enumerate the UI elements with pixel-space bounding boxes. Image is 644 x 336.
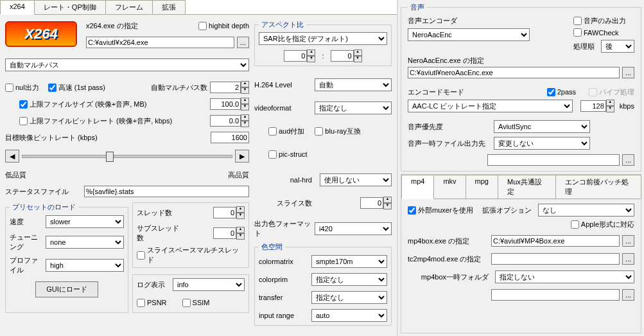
tab-frame[interactable]: フレーム: [105, 0, 153, 14]
pic-check[interactable]: [268, 150, 277, 159]
2pass-check[interactable]: [547, 88, 555, 96]
faw-check[interactable]: [573, 28, 582, 37]
tc2-input[interactable]: [491, 253, 620, 265]
gui-load-button[interactable]: GUIにロード: [35, 281, 98, 297]
target-input[interactable]: [211, 132, 249, 143]
psnr-label: PSNR: [147, 299, 167, 306]
kbps-label: kbps: [620, 102, 634, 110]
bitrate-slider[interactable]: [22, 155, 232, 158]
maxbit-label: 上限ファイルビットレート (映像+音声, kbps): [30, 116, 172, 126]
aspect-legend: アスペクト比: [259, 20, 306, 30]
mp4box-input[interactable]: [491, 235, 620, 247]
maxsize-check[interactable]: [19, 100, 28, 109]
muxtab-common[interactable]: Mux共通設定: [498, 175, 556, 199]
muxtab-mp4[interactable]: mp4: [401, 175, 434, 199]
sliced-check[interactable]: [137, 251, 145, 260]
pass-spin[interactable]: ▲▼: [241, 81, 249, 94]
slider-left-button[interactable]: ◀: [5, 150, 19, 163]
pri-select[interactable]: AviutlSync: [494, 120, 590, 133]
highbit-check[interactable]: [198, 22, 207, 30]
apple-check[interactable]: [571, 220, 579, 229]
aspl-spin[interactable]: ▲▼: [307, 49, 315, 62]
vf-label: videoformat: [254, 104, 312, 112]
maxbit-input[interactable]: [210, 115, 241, 127]
maxbit-spin[interactable]: ▲▼: [241, 114, 249, 127]
browse-exe-button[interactable]: ...: [237, 37, 249, 48]
mux-tmp-label: mp4box一時フォルダ: [408, 272, 492, 282]
encmode-select[interactable]: AAC-LC ビットレート指定: [408, 100, 573, 112]
br-input[interactable]: [580, 100, 606, 112]
tab-rate[interactable]: レート・QP制御: [34, 0, 106, 14]
mux-tmp-browse[interactable]: ...: [622, 289, 634, 301]
order-label: 処理順: [573, 42, 595, 51]
highq-label: 高品質: [228, 170, 249, 180]
mux-tmp-input[interactable]: [491, 289, 620, 301]
maxsize-label: 上限ファイルサイズ (映像+音声, MB): [30, 100, 146, 109]
tab-ext[interactable]: 拡張: [152, 0, 186, 14]
profile-select[interactable]: high: [46, 259, 124, 272]
colf-select[interactable]: i420: [315, 222, 392, 235]
mode-select[interactable]: 自動マルチパス: [5, 58, 249, 71]
tc2-browse[interactable]: ...: [622, 253, 634, 265]
muxtab-mpg[interactable]: mpg: [466, 175, 498, 199]
subthreads-input[interactable]: [213, 227, 236, 239]
threads-spin[interactable]: ▲▼: [236, 206, 245, 219]
maxsize-spin[interactable]: ▲▼: [241, 98, 249, 111]
aud-check[interactable]: [268, 127, 277, 136]
br-spin[interactable]: ▲▼: [606, 100, 614, 112]
aspect-right-input[interactable]: [331, 50, 354, 62]
slider-right-button[interactable]: ▶: [235, 150, 249, 163]
muxtab-mkv[interactable]: mkv: [433, 175, 466, 199]
lowq-label: 低品質: [5, 170, 26, 180]
threads-input[interactable]: [213, 207, 236, 218]
audio-browse-button[interactable]: ...: [622, 67, 634, 78]
audio-tmp-browse[interactable]: ...: [622, 154, 634, 166]
cm-select[interactable]: smpte170m: [311, 255, 387, 268]
slice-input[interactable]: [360, 197, 383, 209]
vf-select[interactable]: 指定なし: [315, 102, 392, 114]
nal-select[interactable]: 使用しない: [320, 173, 392, 186]
slice-spin[interactable]: ▲▼: [383, 197, 392, 209]
bd-check[interactable]: [315, 127, 323, 136]
subthreads-spin[interactable]: ▲▼: [236, 227, 245, 240]
target-label: 目標映像ビットレート (kbps): [5, 133, 98, 143]
extmux-check[interactable]: [408, 206, 416, 215]
exe-path-input[interactable]: [86, 37, 234, 48]
tr-select[interactable]: 指定なし: [311, 291, 387, 304]
audio-exe-input[interactable]: [408, 67, 620, 78]
level-select[interactable]: 自動: [315, 78, 392, 91]
ir-select[interactable]: auto: [311, 309, 387, 322]
audio-tmp-input[interactable]: [487, 154, 620, 166]
maxbit-check[interactable]: [19, 117, 28, 125]
ssim-check[interactable]: [182, 299, 191, 307]
order-select[interactable]: 後: [601, 40, 634, 53]
log-select[interactable]: info: [173, 278, 245, 291]
tune-select[interactable]: none: [46, 236, 124, 249]
cp-select[interactable]: 指定なし: [311, 273, 387, 286]
aspect-select[interactable]: SAR比を指定 (デフォルト): [259, 32, 387, 45]
maxsize-input[interactable]: [210, 98, 241, 110]
muxtab-batch[interactable]: エンコ前後バッチ処理: [555, 175, 641, 199]
aspr-spin[interactable]: ▲▼: [354, 49, 362, 62]
pass-input[interactable]: [210, 82, 241, 93]
fast-check[interactable]: [48, 84, 57, 92]
highbit-label: highbit depth: [209, 22, 249, 30]
faw-label: FAWCheck: [584, 29, 619, 37]
extopt-select[interactable]: なし: [538, 204, 634, 217]
preset-legend: プリセットのロード: [10, 202, 78, 212]
tab-x264[interactable]: x264: [0, 0, 35, 15]
enc-select[interactable]: NeroAacEnc: [408, 28, 530, 41]
speed-select[interactable]: slower: [46, 215, 124, 228]
extopt-label: 拡張オプション: [482, 206, 532, 215]
tmp-select[interactable]: 変更しない: [494, 137, 590, 150]
psnr-check[interactable]: [137, 299, 145, 307]
ssim-label: SSIM: [193, 299, 210, 306]
nul-check[interactable]: [5, 84, 13, 92]
stats-input[interactable]: [84, 186, 249, 197]
audio-only-check[interactable]: [573, 17, 582, 25]
nal-label: nal-hrd: [254, 176, 317, 184]
mux-tmp-select[interactable]: 指定しない: [495, 270, 634, 283]
aspect-left-input[interactable]: [284, 50, 307, 62]
pipe-label: パイプ処理: [599, 87, 634, 97]
mp4box-browse[interactable]: ...: [622, 235, 634, 247]
